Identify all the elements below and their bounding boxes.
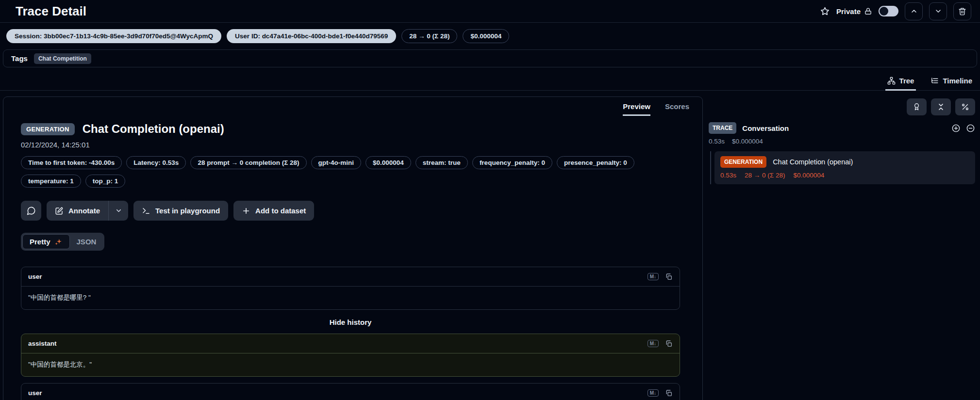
trash-icon bbox=[958, 7, 966, 16]
observation-header: GENERATION Chat Completion (openai) bbox=[21, 122, 683, 136]
message-role: user bbox=[28, 273, 42, 280]
comments-button[interactable] bbox=[21, 201, 41, 221]
test-in-playground-button[interactable]: Test in playground bbox=[133, 201, 228, 221]
copy-icon[interactable] bbox=[665, 273, 673, 281]
message-content: "中国的首都是北京。" bbox=[21, 353, 680, 376]
scores-award-button[interactable] bbox=[907, 98, 927, 115]
privacy-label: Private bbox=[836, 7, 861, 16]
metric-badge-temperature: temperature: 1 bbox=[21, 175, 81, 188]
add-to-dataset-button[interactable]: Add to dataset bbox=[233, 201, 314, 221]
user-id-badge[interactable]: User ID: dc47a41e-06bc-400d-bde1-f0e440d… bbox=[227, 29, 396, 43]
timeline-icon bbox=[930, 77, 939, 85]
add-to-dataset-label: Add to dataset bbox=[255, 207, 306, 215]
node-latency: 0.53s bbox=[720, 172, 736, 179]
observation-timestamp: 02/12/2024, 14:25:01 bbox=[21, 141, 683, 149]
message-user-2: user M↓ "谢谢" bbox=[21, 383, 680, 400]
markdown-toggle-icon[interactable]: M↓ bbox=[648, 389, 659, 397]
preview-scores-tabs: Preview Scores bbox=[3, 97, 702, 116]
sparkles-icon bbox=[54, 238, 63, 246]
tab-timeline-label: Timeline bbox=[943, 77, 972, 85]
tree-children: GENERATION Chat Completion (openai) 0.53… bbox=[708, 151, 975, 184]
message-role: assistant bbox=[28, 340, 57, 347]
tree-panel-toolbar bbox=[708, 98, 975, 115]
message-role: user bbox=[28, 389, 42, 397]
tab-scores[interactable]: Scores bbox=[665, 102, 689, 116]
bookmark-star-icon[interactable] bbox=[820, 6, 830, 16]
chevron-down-icon bbox=[934, 7, 942, 15]
metric-badge-tokens: 28 prompt → 0 completion (Σ 28) bbox=[190, 156, 306, 169]
generation-node-row[interactable]: GENERATION Chat Completion (openai) 0.53… bbox=[714, 151, 975, 184]
public-sharing-toggle[interactable] bbox=[879, 6, 898, 16]
tab-preview[interactable]: Preview bbox=[623, 102, 650, 116]
markdown-toggle-icon[interactable]: M↓ bbox=[648, 273, 659, 280]
observation-card: Preview Scores GENERATION Chat Completio… bbox=[3, 96, 703, 400]
tab-timeline[interactable]: Timeline bbox=[929, 72, 974, 91]
expand-plus-icon[interactable] bbox=[951, 124, 961, 133]
generation-node-title: Chat Completion (openai) bbox=[773, 158, 853, 166]
message-header: user M↓ bbox=[21, 267, 680, 287]
metric-badge-latency: Latency: 0.53s bbox=[126, 156, 186, 169]
message-user-1: user M↓ "中国的首都是哪里? " bbox=[21, 267, 680, 310]
trace-name: Conversation bbox=[742, 124, 789, 132]
terminal-icon bbox=[142, 207, 150, 215]
delete-trace-button[interactable] bbox=[953, 2, 971, 20]
generation-node-badge: GENERATION bbox=[720, 156, 766, 168]
generation-node-header: GENERATION Chat Completion (openai) bbox=[720, 156, 969, 168]
tags-label: Tags bbox=[11, 54, 28, 63]
trace-detail-page: Trace Detail Private Sessi bbox=[0, 0, 980, 400]
format-pretty-segment[interactable]: Pretty bbox=[22, 234, 70, 249]
edit-pen-icon bbox=[55, 207, 64, 215]
format-toggle: Pretty JSON bbox=[21, 233, 104, 251]
hide-history-button[interactable]: Hide history bbox=[21, 318, 680, 326]
next-trace-button[interactable] bbox=[929, 2, 947, 20]
session-badge[interactable]: Session: 3bb00ec7-1b13-4c9b-85ee-3d9d70f… bbox=[6, 29, 221, 43]
trace-metrics: 0.53s $0.000004 bbox=[708, 138, 975, 145]
total-cost-badge: $0.000004 bbox=[463, 29, 509, 43]
node-tokens: 28 → 0 (Σ 28) bbox=[745, 172, 785, 179]
trace-cost: $0.000004 bbox=[732, 138, 763, 145]
metric-badge-stream: stream: true bbox=[415, 156, 468, 169]
privacy-control: Private bbox=[836, 7, 872, 16]
copy-icon[interactable] bbox=[665, 389, 673, 397]
message-header: assistant M↓ bbox=[21, 334, 680, 353]
trace-latency: 0.53s bbox=[709, 138, 725, 145]
io-messages: user M↓ "中国的首都是哪里? " Hide history bbox=[21, 267, 680, 400]
format-json-segment[interactable]: JSON bbox=[70, 235, 103, 249]
message-content: "中国的首都是哪里? " bbox=[21, 287, 680, 309]
show-percentages-button[interactable] bbox=[955, 98, 975, 115]
observation-metric-badges: Time to first token: -430.00s Latency: 0… bbox=[21, 156, 674, 188]
award-icon bbox=[913, 103, 921, 111]
toggle-knob bbox=[880, 7, 888, 16]
annotate-button[interactable]: Annotate bbox=[47, 201, 108, 221]
annotate-dropdown-button[interactable] bbox=[109, 201, 128, 221]
plus-icon bbox=[242, 207, 250, 215]
tab-tree[interactable]: Tree bbox=[885, 72, 916, 91]
message-header-icons: M↓ bbox=[648, 273, 673, 281]
tree-icon bbox=[887, 77, 896, 85]
generation-node-metrics: 0.53s 28 → 0 (Σ 28) $0.000004 bbox=[720, 172, 969, 179]
observation-body: GENERATION Chat Completion (openai) 02/1… bbox=[3, 116, 702, 400]
comment-bubble-icon bbox=[27, 206, 36, 215]
tag-chat-competition[interactable]: Chat Competition bbox=[34, 53, 91, 64]
previous-trace-button[interactable] bbox=[905, 2, 923, 20]
top-bar-actions: Private bbox=[820, 2, 971, 20]
format-pretty-label: Pretty bbox=[30, 238, 50, 246]
chevron-up-icon bbox=[910, 7, 918, 15]
message-assistant: assistant M↓ "中国的首都是北京。" bbox=[21, 334, 680, 377]
metric-badge-model[interactable]: gpt-4o-mini bbox=[311, 156, 362, 169]
chevron-down-icon bbox=[115, 207, 122, 214]
top-bar: Trace Detail Private bbox=[0, 0, 980, 23]
copy-icon[interactable] bbox=[665, 340, 673, 348]
token-usage-badge: 28 → 0 (Σ 28) bbox=[401, 29, 457, 43]
trace-root-row[interactable]: TRACE Conversation bbox=[708, 122, 975, 134]
tree-zoom-controls bbox=[951, 124, 975, 133]
observation-actions: Annotate Test in playground Add to data bbox=[21, 201, 683, 221]
metric-badge-ttft: Time to first token: -430.00s bbox=[21, 156, 122, 169]
tags-section: Tags Chat Competition bbox=[3, 49, 977, 67]
collapse-all-button[interactable] bbox=[931, 98, 951, 115]
node-cost: $0.000004 bbox=[793, 172, 824, 179]
tree-guide-line bbox=[710, 151, 711, 184]
trace-id-badges: Session: 3bb00ec7-1b13-4c9b-85ee-3d9d70f… bbox=[0, 23, 980, 43]
collapse-minus-icon[interactable] bbox=[966, 124, 975, 133]
markdown-toggle-icon[interactable]: M↓ bbox=[648, 340, 659, 347]
